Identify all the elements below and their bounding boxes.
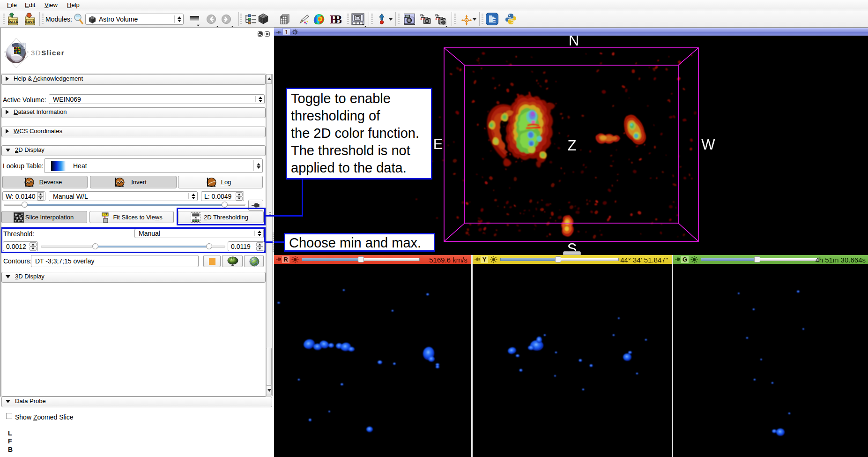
svg-text:E: E bbox=[492, 17, 496, 24]
svg-text:SAVE: SAVE bbox=[25, 20, 35, 24]
svg-text:E: E bbox=[433, 136, 443, 152]
svg-text:W: W bbox=[701, 136, 715, 153]
svg-text:B: B bbox=[334, 13, 341, 25]
svg-text:Z: Z bbox=[568, 137, 577, 154]
svg-text:DATA: DATA bbox=[8, 20, 18, 24]
svg-text:N: N bbox=[569, 36, 579, 49]
